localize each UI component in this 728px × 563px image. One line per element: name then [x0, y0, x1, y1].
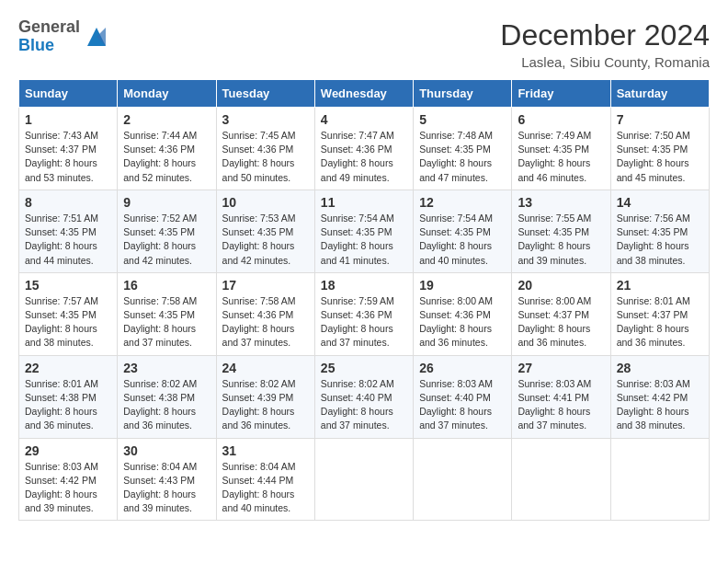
- empty-cell: [512, 438, 610, 521]
- table-row: 5 Sunrise: 7:48 AMSunset: 4:35 PMDayligh…: [414, 108, 512, 190]
- col-sunday: Sunday: [19, 80, 118, 108]
- week-row: 15 Sunrise: 7:57 AMSunset: 4:35 PMDaylig…: [19, 272, 710, 355]
- col-thursday: Thursday: [414, 80, 512, 108]
- col-saturday: Saturday: [610, 80, 709, 108]
- month-title: December 2024: [500, 18, 710, 52]
- table-row: 1 Sunrise: 7:43 AMSunset: 4:37 PMDayligh…: [19, 108, 118, 190]
- table-row: 4 Sunrise: 7:47 AMSunset: 4:36 PMDayligh…: [314, 108, 413, 190]
- table-row: 10 Sunrise: 7:53 AMSunset: 4:35 PMDaylig…: [216, 190, 314, 272]
- logo-line1: General: [18, 18, 80, 37]
- table-row: 19 Sunrise: 8:00 AMSunset: 4:36 PMDaylig…: [414, 272, 512, 355]
- week-row: 22 Sunrise: 8:01 AMSunset: 4:38 PMDaylig…: [19, 355, 710, 438]
- logo-text: General Blue: [18, 18, 80, 55]
- table-row: 12 Sunrise: 7:54 AMSunset: 4:35 PMDaylig…: [414, 190, 512, 272]
- table-row: 21 Sunrise: 8:01 AMSunset: 4:37 PMDaylig…: [610, 272, 709, 355]
- table-row: 23 Sunrise: 8:02 AMSunset: 4:38 PMDaylig…: [118, 355, 216, 438]
- table-row: 15 Sunrise: 7:57 AMSunset: 4:35 PMDaylig…: [19, 272, 118, 355]
- table-row: 3 Sunrise: 7:45 AMSunset: 4:36 PMDayligh…: [216, 108, 314, 190]
- title-area: December 2024 Laslea, Sibiu County, Roma…: [500, 18, 710, 70]
- col-tuesday: Tuesday: [216, 80, 314, 108]
- logo-line2: Blue: [18, 37, 80, 55]
- week-row: 8 Sunrise: 7:51 AMSunset: 4:35 PMDayligh…: [19, 190, 710, 272]
- table-row: 20 Sunrise: 8:00 AMSunset: 4:37 PMDaylig…: [512, 272, 610, 355]
- table-row: 31 Sunrise: 8:04 AMSunset: 4:44 PMDaylig…: [216, 438, 314, 521]
- table-row: 17 Sunrise: 7:58 AMSunset: 4:36 PMDaylig…: [216, 272, 314, 355]
- table-row: 6 Sunrise: 7:49 AMSunset: 4:35 PMDayligh…: [512, 108, 610, 190]
- empty-cell: [414, 438, 512, 521]
- table-row: 8 Sunrise: 7:51 AMSunset: 4:35 PMDayligh…: [19, 190, 118, 272]
- calendar-table: Sunday Monday Tuesday Wednesday Thursday…: [18, 79, 710, 521]
- table-row: 22 Sunrise: 8:01 AMSunset: 4:38 PMDaylig…: [19, 355, 118, 438]
- table-row: 11 Sunrise: 7:54 AMSunset: 4:35 PMDaylig…: [314, 190, 413, 272]
- table-row: 28 Sunrise: 8:03 AMSunset: 4:42 PMDaylig…: [610, 355, 709, 438]
- week-row: 29 Sunrise: 8:03 AMSunset: 4:42 PMDaylig…: [19, 438, 710, 521]
- col-friday: Friday: [512, 80, 610, 108]
- col-wednesday: Wednesday: [314, 80, 413, 108]
- table-row: 16 Sunrise: 7:58 AMSunset: 4:35 PMDaylig…: [118, 272, 216, 355]
- logo: General Blue: [18, 18, 110, 55]
- table-row: 26 Sunrise: 8:03 AMSunset: 4:40 PMDaylig…: [414, 355, 512, 438]
- table-row: 9 Sunrise: 7:52 AMSunset: 4:35 PMDayligh…: [118, 190, 216, 272]
- table-row: 14 Sunrise: 7:56 AMSunset: 4:35 PMDaylig…: [610, 190, 709, 272]
- week-row: 1 Sunrise: 7:43 AMSunset: 4:37 PMDayligh…: [19, 108, 710, 190]
- location-title: Laslea, Sibiu County, Romania: [500, 54, 710, 70]
- empty-cell: [314, 438, 413, 521]
- table-row: 30 Sunrise: 8:04 AMSunset: 4:43 PMDaylig…: [118, 438, 216, 521]
- table-row: 24 Sunrise: 8:02 AMSunset: 4:39 PMDaylig…: [216, 355, 314, 438]
- empty-cell: [610, 438, 709, 521]
- header-row: Sunday Monday Tuesday Wednesday Thursday…: [19, 80, 710, 108]
- col-monday: Monday: [118, 80, 216, 108]
- table-row: 2 Sunrise: 7:44 AMSunset: 4:36 PMDayligh…: [118, 108, 216, 190]
- table-row: 25 Sunrise: 8:02 AMSunset: 4:40 PMDaylig…: [314, 355, 413, 438]
- table-row: 27 Sunrise: 8:03 AMSunset: 4:41 PMDaylig…: [512, 355, 610, 438]
- table-row: 29 Sunrise: 8:03 AMSunset: 4:42 PMDaylig…: [19, 438, 118, 521]
- table-row: 13 Sunrise: 7:55 AMSunset: 4:35 PMDaylig…: [512, 190, 610, 272]
- page-header: General Blue December 2024 Laslea, Sibiu…: [18, 18, 710, 70]
- table-row: 18 Sunrise: 7:59 AMSunset: 4:36 PMDaylig…: [314, 272, 413, 355]
- logo-icon: [83, 23, 110, 51]
- table-row: 7 Sunrise: 7:50 AMSunset: 4:35 PMDayligh…: [610, 108, 709, 190]
